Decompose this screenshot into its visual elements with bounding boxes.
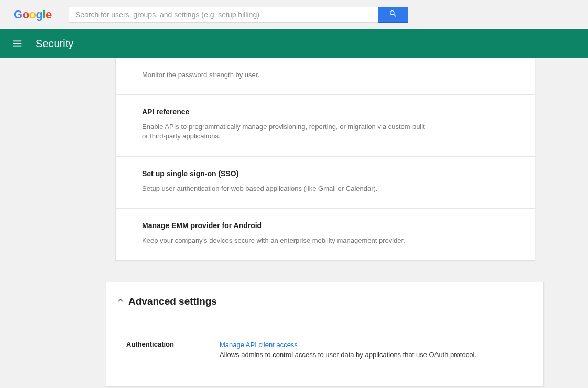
advanced-section-content: Manage API client access Allows admins t… — [220, 340, 534, 360]
card-api-reference[interactable]: API reference Enable APIs to programmati… — [116, 94, 535, 156]
security-settings-list: Monitor the password strength by user. A… — [115, 58, 535, 261]
content-area: Monitor the password strength by user. A… — [0, 58, 588, 388]
card-emm-android[interactable]: Manage EMM provider for Android Keep you… — [116, 208, 535, 260]
advanced-section-label: Authentication — [126, 340, 220, 360]
search-icon — [389, 9, 397, 20]
advanced-link-desc: Allows admins to control access to user … — [220, 350, 534, 360]
advanced-settings-toggle[interactable]: Advanced settings — [106, 282, 543, 319]
page-title: Security — [36, 38, 73, 50]
card-title: API reference — [142, 107, 508, 116]
search-wrap — [69, 7, 408, 23]
google-logo[interactable]: Google — [14, 8, 52, 21]
card-desc: Monitor the password strength by user. — [142, 70, 425, 80]
hamburger-menu-icon[interactable] — [12, 38, 23, 49]
manage-api-client-access-link[interactable]: Manage API client access — [220, 340, 534, 350]
card-desc: Keep your company's devices secure with … — [142, 236, 425, 245]
chevron-up-icon — [116, 296, 128, 307]
app-bar: Security — [0, 29, 588, 58]
card-title: Manage EMM provider for Android — [142, 221, 508, 230]
advanced-settings-card: Advanced settings Authentication Manage … — [106, 282, 544, 387]
search-input[interactable] — [69, 7, 378, 23]
search-button[interactable] — [378, 7, 408, 23]
top-bar: Google — [0, 0, 588, 29]
card-desc: Setup user authentication for web based … — [142, 184, 425, 193]
card-password-monitoring[interactable]: Monitor the password strength by user. — [116, 58, 535, 94]
card-title: Set up single sign-on (SSO) — [142, 169, 508, 178]
advanced-settings-body: Authentication Manage API client access … — [106, 319, 543, 386]
card-desc: Enable APIs to programmatically manage p… — [142, 122, 425, 141]
advanced-settings-title: Advanced settings — [128, 296, 217, 307]
card-sso[interactable]: Set up single sign-on (SSO) Setup user a… — [116, 156, 535, 208]
